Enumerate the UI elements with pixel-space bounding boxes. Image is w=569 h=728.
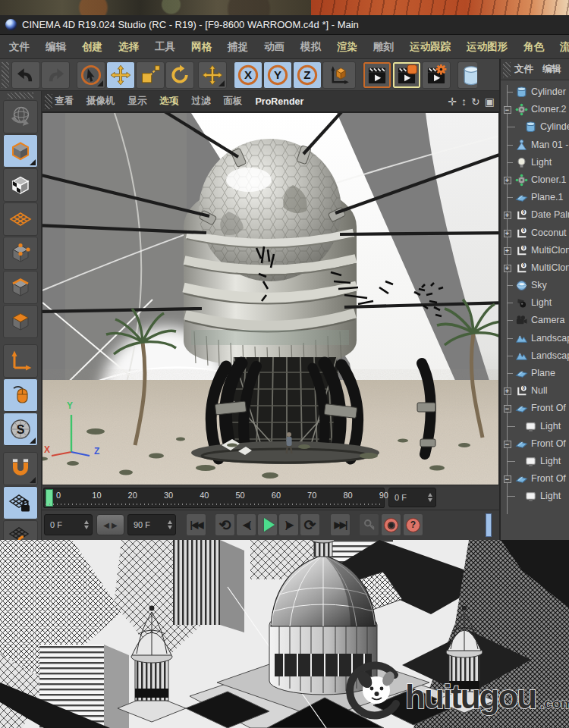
expand-toggle[interactable]: + [504, 177, 511, 184]
menu-item-12[interactable]: 运动图形 [467, 40, 508, 54]
object-row[interactable]: Light [501, 154, 569, 171]
object-row[interactable]: +Null [501, 382, 569, 400]
viewport-solo-button[interactable] [3, 378, 38, 412]
object-row[interactable]: −Front Of [501, 435, 569, 453]
menu-item-1[interactable]: 编辑 [46, 40, 66, 54]
object-row[interactable]: Landscap [501, 330, 569, 347]
autokey-button[interactable]: ◉ [381, 513, 401, 536]
viewport-menu-grip[interactable] [45, 94, 52, 109]
viewport-menu-item-1[interactable]: 摄像机 [86, 95, 115, 108]
window-titlebar[interactable]: CINEMA 4D R19.024 Studio (RC - R19) - [F… [0, 15, 569, 35]
timeline-scrollbar-handle[interactable] [486, 513, 492, 537]
menu-item-10[interactable]: 雕刻 [373, 40, 394, 54]
redo-button[interactable] [41, 61, 70, 89]
render-view-button[interactable] [363, 61, 391, 89]
menu-item-2[interactable]: 创建 [82, 40, 102, 54]
play-backwards-button[interactable]: ⟲ [215, 513, 235, 536]
viewport-menu-item-4[interactable]: 过滤 [192, 95, 211, 108]
menu-item-6[interactable]: 捕捉 [228, 40, 248, 54]
object-row[interactable]: +Cloner.1 [501, 171, 569, 189]
points-mode-button[interactable] [3, 237, 38, 270]
last-tool-button[interactable] [198, 61, 227, 89]
viewport-zoom-icon[interactable]: ↕ [461, 96, 467, 107]
object-row[interactable]: Cylinder [501, 118, 569, 136]
end-frame-spinner[interactable] [168, 520, 172, 529]
viewport-menu-item-5[interactable]: 面板 [224, 95, 243, 108]
viewport-menu-item-6[interactable]: ProRender [256, 96, 304, 107]
mode-toolbar-grip[interactable] [8, 93, 33, 99]
start-frame-field[interactable]: 0 F [44, 514, 93, 535]
menu-item-8[interactable]: 模拟 [300, 40, 321, 54]
go-to-end-button[interactable]: ▶▶| [330, 513, 351, 536]
object-row[interactable]: −Front Of [501, 400, 569, 417]
object-row[interactable]: Plane.1 [501, 189, 569, 206]
model-mode-button[interactable] [3, 134, 38, 168]
start-frame-spinner[interactable] [84, 520, 89, 529]
object-row[interactable]: +Date Palm [501, 206, 569, 224]
om-menu-file[interactable]: 文件 [514, 63, 533, 76]
expand-toggle[interactable]: + [504, 388, 511, 395]
object-manager-grip[interactable] [503, 62, 511, 77]
object-row[interactable]: −Cloner.2 [501, 101, 569, 118]
rotate-tool-button[interactable] [165, 61, 194, 89]
menu-item-14[interactable]: 流水线 [560, 40, 569, 54]
collapse-toggle[interactable]: − [504, 441, 511, 448]
scale-tool-button[interactable] [136, 61, 165, 89]
menu-item-3[interactable]: 选择 [118, 40, 139, 54]
texture-mode-button[interactable] [3, 168, 38, 202]
menu-item-11[interactable]: 运动跟踪 [410, 40, 451, 54]
expand-toggle[interactable]: + [504, 212, 511, 219]
object-row[interactable]: Light [501, 453, 569, 470]
object-row[interactable]: −Front Of [501, 470, 569, 488]
menu-item-9[interactable]: 渲染 [337, 40, 357, 54]
menu-item-0[interactable]: 文件 [9, 40, 30, 54]
object-row[interactable]: Sky [501, 277, 569, 294]
lock-y-axis-button[interactable]: Y [263, 61, 292, 89]
enable-axis-button[interactable] [3, 344, 38, 378]
expand-toggle[interactable]: + [504, 230, 511, 237]
toolbar-grip-handle[interactable] [2, 62, 9, 88]
render-settings-button[interactable] [422, 61, 451, 89]
snap-button[interactable] [3, 452, 38, 485]
frame-spinner[interactable] [428, 493, 432, 502]
next-key-button[interactable]: )▶ [278, 513, 299, 536]
om-menu-edit[interactable]: 编辑 [542, 63, 561, 76]
object-row[interactable]: +MultiClon [501, 242, 569, 259]
object-row[interactable]: Man 01 - [501, 136, 569, 154]
object-row[interactable]: +Coconut [501, 224, 569, 242]
current-frame-field[interactable]: 0 F [388, 488, 436, 507]
viewport-menu-item-2[interactable]: 显示 [128, 95, 147, 108]
menu-item-4[interactable]: 工具 [155, 40, 175, 54]
viewport-rotate-icon[interactable]: ↻ [471, 96, 480, 107]
add-primitive-button[interactable] [457, 61, 477, 89]
make-editable-button[interactable] [3, 100, 38, 133]
menu-item-5[interactable]: 网格 [191, 40, 212, 54]
expand-toggle[interactable]: + [504, 265, 511, 272]
edges-mode-button[interactable] [3, 271, 38, 304]
workplane-mode-button[interactable] [3, 202, 38, 236]
collapse-toggle[interactable]: − [504, 106, 511, 114]
object-row[interactable]: Landscap [501, 347, 569, 365]
record-key-button[interactable] [359, 513, 379, 536]
expand-toggle[interactable]: + [504, 247, 511, 255]
timeline-ruler[interactable]: 0102030405060708090 [43, 488, 385, 508]
end-frame-field[interactable]: 90 F [127, 514, 176, 535]
object-row[interactable]: Light [501, 418, 569, 435]
help-button[interactable]: ? [403, 513, 423, 536]
viewport-pan-icon[interactable]: ✛ [448, 96, 457, 107]
live-selection-button[interactable] [77, 61, 105, 89]
object-row[interactable]: Plane [501, 365, 569, 382]
go-to-start-button[interactable]: |◀◀ [186, 513, 206, 536]
loop-button[interactable]: ⟳ [300, 513, 320, 536]
viewport-toggle-icon[interactable]: ▣ [485, 96, 495, 107]
object-row[interactable]: Camera [501, 312, 569, 329]
object-row[interactable]: +MultiClon [501, 259, 569, 277]
lock-workplane-button[interactable] [3, 486, 38, 519]
object-row[interactable]: Light [501, 488, 569, 505]
viewport-3d[interactable]: Y X Z [42, 112, 499, 485]
collapse-toggle[interactable]: − [504, 475, 511, 483]
frame-step-buttons[interactable]: ◀▶ [96, 514, 124, 535]
polygons-mode-button[interactable] [3, 305, 38, 338]
lock-x-axis-button[interactable]: X [234, 61, 262, 89]
coordinate-system-button[interactable] [322, 61, 356, 89]
